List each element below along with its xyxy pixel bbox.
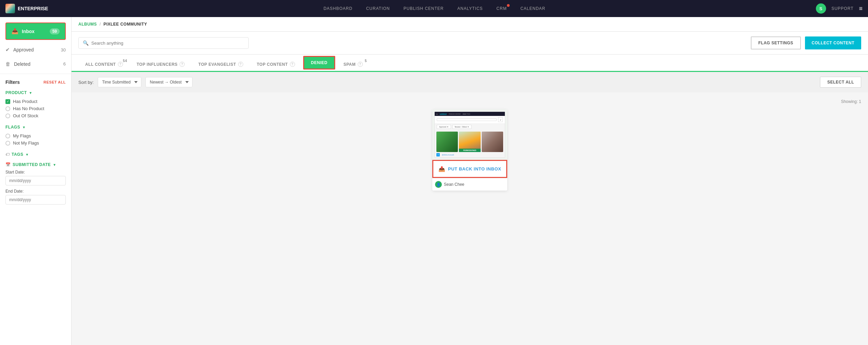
filter-group-flags: FLAGS ▼ My Flags Not My Flags [5,125,66,147]
tab-all-content[interactable]: ALL CONTENT ? 54 [78,58,130,72]
filter-group-tags: 🏷 TAGS ▼ [5,152,66,157]
start-date-label: Start Date: [5,170,66,175]
tab-top-evangelist[interactable]: TOP EVANGELIST ? [191,58,250,72]
app-logo[interactable]: ENTERPRISE [5,4,53,13]
card-mini-username: @olivia.muryadi [442,154,454,156]
main-layout: 📥 Inbox 59 ✔ Approved 30 🗑 Deleted 6 Fil… [0,17,868,345]
tab-spam[interactable]: SPAM ? 5 [337,58,370,72]
inbox-label: Inbox [22,29,46,34]
approved-label: Approved [13,47,58,52]
product-label: PRODUCT [5,90,27,95]
inbox-icon: 📥 [12,28,18,34]
has-product-checkbox[interactable]: ✓ [5,99,10,104]
tags-filter-header[interactable]: 🏷 TAGS ▼ [5,152,66,157]
my-flags-option[interactable]: My Flags [5,132,66,139]
all-content-help-icon[interactable]: ? [118,62,123,67]
tags-label: TAGS [12,152,23,157]
reset-all-button[interactable]: RESET ALL [44,80,66,84]
sort-field-wrapper: Time Submitted [98,77,141,87]
search-icon: 🔍 [83,40,89,46]
out-of-stock-option[interactable]: Out Of Stock [5,112,66,119]
put-back-into-inbox-button[interactable]: 📤 PUT BACK INTO INBOX [432,160,507,178]
select-all-button[interactable]: SELECT ALL [820,77,861,88]
tags-chevron-icon: ▼ [25,153,29,156]
sort-field-select[interactable]: Time Submitted [98,77,141,87]
breadcrumb-albums[interactable]: ALBUMS [78,22,97,27]
breadcrumb-separator: / [99,22,100,27]
tabs-bar: ALL CONTENT ? 54 TOP INFLUENCERS ? TOP E… [72,55,868,72]
tab-top-content[interactable]: TOP CONTENT ? [250,58,302,72]
flags-chevron-icon: ▼ [22,125,26,129]
not-my-flags-radio[interactable] [5,141,10,146]
top-influencers-help-icon[interactable]: ? [180,62,185,67]
spam-help-icon[interactable]: ? [358,62,363,67]
app-name: ENTERPRISE [18,6,48,11]
submitted-date-header[interactable]: 📅 SUBMITTED DATE ▼ [5,162,66,167]
author-avatar-icon: 👤 [435,181,442,188]
start-date-input[interactable] [5,176,66,185]
sidebar-item-approved[interactable]: ✔ Approved 30 [0,43,71,57]
search-input[interactable] [91,41,244,46]
top-nav: ENTERPRISE DASHBOARD CURATION PUBLISH CE… [0,0,868,17]
content-header: 🔍 FLAG SETTINGS COLLECT CONTENT [72,32,868,55]
showing-count: Showing: 1 [78,99,861,104]
sort-by-label: Sort by: [78,80,94,85]
has-no-product-radio[interactable] [5,106,10,111]
nav-curation[interactable]: CURATION [366,6,390,11]
avatar[interactable]: S [816,3,826,14]
top-evangelist-help-icon[interactable]: ? [238,62,243,67]
sidebar-item-inbox[interactable]: 📥 Inbox 59 [5,22,66,40]
nav-dashboard[interactable]: DASHBOARD [324,6,353,11]
nav-publish-center[interactable]: PUBLISH CENTER [403,6,444,11]
breadcrumb: ALBUMS / PIXLEE COMMUNITY [72,17,868,32]
out-of-stock-radio[interactable] [5,114,10,118]
nav-calendar[interactable]: CALENDAR [521,6,545,11]
hamburger-menu-icon[interactable]: ≡ [859,5,863,12]
sort-bar: Sort by: Time Submitted Newest → Oldest … [72,72,868,92]
approved-count: 30 [61,47,66,52]
sort-order-select[interactable]: Newest → Oldest [145,77,192,87]
flags-label: FLAGS [5,125,20,130]
card-mini-nav: ●● CURATION PUBLISH CENTER ANALYTICS [435,112,505,116]
logo-icon [5,4,15,13]
approved-icon: ✔ [5,47,10,53]
support-link[interactable]: SUPPORT [832,6,854,11]
flags-filter-header[interactable]: FLAGS ▼ [5,125,66,130]
tab-denied[interactable]: DENIED [303,56,335,70]
my-flags-radio[interactable] [5,134,10,138]
product-chevron-icon: ▼ [29,91,32,95]
filter-group-product: PRODUCT ▼ ✓ Has Product Has No Product O… [5,90,66,119]
filters-title: Filters [5,79,20,85]
product-filter-header[interactable]: PRODUCT ▼ [5,90,66,95]
tag-icon: 🏷 [5,152,10,157]
inbox-count: 59 [50,28,60,34]
has-product-option[interactable]: ✓ Has Product [5,98,66,105]
nav-analytics[interactable]: ANALYTICS [458,6,483,11]
nav-crm[interactable]: CRM [496,6,507,11]
nav-links: DASHBOARD CURATION PUBLISH CENTER ANALYT… [53,6,816,11]
content-area: Showing: 1 ●● CURATION PUBLISH CENTER AN… [72,92,868,345]
sort-order-wrapper: Newest → Oldest [145,77,192,87]
crm-notification-badge [507,4,510,7]
deleted-count: 6 [63,61,66,66]
author-name: Sean Chee [444,182,464,187]
calendar-icon: 📅 [5,162,11,167]
has-no-product-option[interactable]: Has No Product [5,105,66,112]
main-content: ALBUMS / PIXLEE COMMUNITY 🔍 FLAG SETTING… [72,17,868,345]
sidebar-item-deleted[interactable]: 🗑 Deleted 6 [0,57,71,71]
header-actions: FLAG SETTINGS COLLECT CONTENT [751,36,861,49]
breadcrumb-current: PIXLEE COMMUNITY [104,22,147,27]
deleted-label: Deleted [14,61,60,67]
submitted-date-label: SUBMITTED DATE [13,162,51,167]
card-footer: 👤 Sean Chee [432,178,507,191]
sidebar: 📥 Inbox 59 ✔ Approved 30 🗑 Deleted 6 Fil… [0,17,72,345]
flag-settings-button[interactable]: FLAG SETTINGS [751,36,801,49]
not-my-flags-option[interactable]: Not My Flags [5,139,66,147]
nav-right: S SUPPORT ≡ [816,3,863,14]
end-date-group: End Date: [5,189,66,205]
top-content-help-icon[interactable]: ? [290,62,295,67]
end-date-input[interactable] [5,195,66,205]
tab-top-influencers[interactable]: TOP INFLUENCERS ? [130,58,191,72]
search-box[interactable]: 🔍 [78,37,249,49]
collect-content-button[interactable]: COLLECT CONTENT [805,36,862,49]
